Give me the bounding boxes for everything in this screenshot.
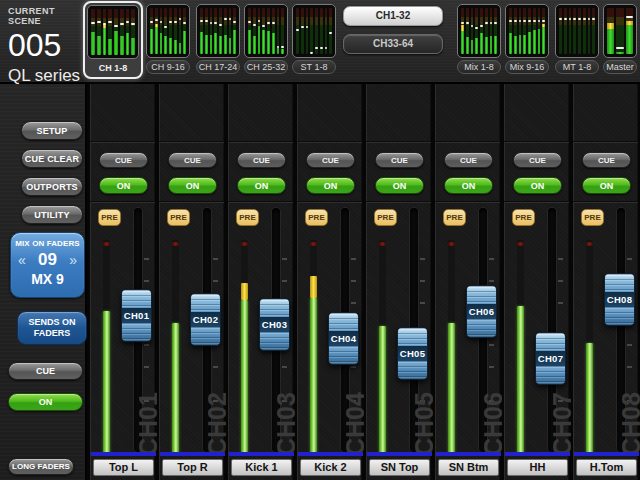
input-bank-tab-ch1-8[interactable]: CH 1-8: [83, 1, 143, 79]
sidebar-button-outports[interactable]: OUTPORTS: [21, 177, 83, 196]
fader-scale-tick: [213, 280, 218, 282]
channel-cue-button[interactable]: CUE: [375, 152, 424, 168]
meter-level: [475, 38, 478, 54]
channel-cue-button[interactable]: CUE: [237, 152, 286, 168]
channel-on-button[interactable]: ON: [444, 177, 493, 194]
output-bank-tab-label: Mix 1-8: [457, 60, 501, 74]
layer-button-ch33-64[interactable]: CH33-64: [343, 34, 443, 54]
output-bank-tab-mix9-16[interactable]: Mix 9-16: [505, 4, 549, 74]
pre-badge[interactable]: PRE: [512, 209, 535, 226]
channel-on-button[interactable]: ON: [582, 177, 631, 194]
meter-bar: [277, 8, 280, 54]
channel-id-ghost-label: CH08: [622, 378, 640, 456]
output-bank-tab-mix1-8[interactable]: Mix 1-8: [457, 4, 501, 74]
fader-cap[interactable]: CH01: [121, 289, 152, 342]
channel-meter: [103, 240, 110, 454]
fader-cap[interactable]: CH07: [535, 332, 566, 385]
fader-position-mark: [315, 47, 318, 49]
channel-id-ghost-label: CH03: [277, 378, 295, 456]
channel-cue-button[interactable]: CUE: [513, 152, 562, 168]
sidebar-button-utility[interactable]: UTILITY: [21, 205, 83, 224]
sends-on-faders-button[interactable]: SENDS ON FADERS: [17, 311, 87, 345]
channel-cue-button[interactable]: CUE: [99, 152, 148, 168]
channel-cue-button[interactable]: CUE: [582, 152, 631, 168]
channel-name-plate[interactable]: H.Tom: [576, 459, 637, 476]
meter-bar: [210, 8, 213, 54]
channel-strip-ch06: CUEONPRECH06CH06SN Btm: [433, 84, 500, 480]
channel-cue-button[interactable]: CUE: [168, 152, 217, 168]
input-bank-tab-ch17-24[interactable]: CH 17-24: [196, 4, 240, 74]
fader-cap[interactable]: CH03: [259, 298, 290, 351]
channel-name-plate[interactable]: Top L: [93, 459, 154, 476]
pre-badge[interactable]: PRE: [443, 209, 466, 226]
mix-next-icon[interactable]: »: [69, 252, 77, 268]
strip-divider: [228, 201, 293, 203]
scene-panel[interactable]: CURRENT SCENE 005 QL series: [8, 6, 86, 80]
fader-cap[interactable]: CH08: [604, 273, 635, 326]
channel-meter: [310, 240, 317, 454]
fader-cap[interactable]: CH05: [397, 327, 428, 380]
channel-name-plate[interactable]: Top R: [162, 459, 223, 476]
channel-on-button[interactable]: ON: [513, 177, 562, 194]
mix-prev-icon[interactable]: «: [18, 252, 26, 268]
meter-level: [169, 38, 172, 54]
meter-level: [174, 40, 177, 54]
clip-indicator-icon: [379, 242, 386, 246]
channel-name-plate[interactable]: SN Btm: [438, 459, 499, 476]
sidebar-on-button[interactable]: ON: [8, 393, 83, 411]
fader-position-mark: [528, 20, 531, 22]
clip-indicator-icon: [448, 242, 455, 246]
mix-number: 09: [38, 250, 57, 270]
channel-name-plate[interactable]: Kick 1: [231, 459, 292, 476]
channel-on-button[interactable]: ON: [237, 177, 286, 194]
meter-level: [179, 43, 182, 55]
meter-bar: [578, 8, 581, 54]
pre-badge[interactable]: PRE: [236, 209, 259, 226]
mix-on-faders-panel[interactable]: MIX ON FADERS « 09 » MX 9: [10, 232, 85, 298]
meter-bar: [528, 8, 531, 54]
pre-badge[interactable]: PRE: [305, 209, 328, 226]
output-bank-tab-master[interactable]: Master: [603, 4, 637, 74]
meter-level: [466, 37, 469, 54]
meter-level-yellow: [241, 283, 248, 300]
channel-cue-button[interactable]: CUE: [444, 152, 493, 168]
channel-name-plate[interactable]: HH: [507, 459, 568, 476]
strip-divider: [504, 201, 569, 203]
channel-cue-button[interactable]: CUE: [306, 152, 355, 168]
channel-name-plate[interactable]: Kick 2: [300, 459, 361, 476]
sidebar-button-setup[interactable]: SETUP: [21, 121, 83, 140]
pre-badge[interactable]: PRE: [374, 209, 397, 226]
pre-badge[interactable]: PRE: [98, 209, 121, 226]
sidebar-cue-button[interactable]: CUE: [8, 362, 83, 380]
meter-level: [461, 31, 464, 54]
input-bank-tab-ch25-32[interactable]: CH 25-32: [244, 4, 288, 74]
long-faders-button[interactable]: LONG FADERS: [8, 458, 74, 475]
fader-cap[interactable]: CH02: [190, 293, 221, 346]
meter-level: [616, 52, 623, 54]
input-bank-tab-st1-8[interactable]: ST 1-8: [292, 4, 336, 74]
pre-badge[interactable]: PRE: [167, 209, 190, 226]
fader-position-mark: [626, 16, 633, 18]
meter-bar: [200, 8, 203, 54]
channel-on-button[interactable]: ON: [99, 177, 148, 194]
fader-cap-bottom: [398, 361, 427, 379]
fader-position-mark: [466, 22, 469, 24]
output-bank-tab-mt1-8[interactable]: MT 1-8: [555, 4, 599, 74]
channel-on-button[interactable]: ON: [168, 177, 217, 194]
strip-divider: [159, 141, 224, 143]
input-bank-tab-ch9-16[interactable]: CH 9-16: [146, 4, 190, 74]
sidebar-button-cue-clear[interactable]: CUE CLEAR: [21, 149, 83, 168]
channel-meter: [448, 240, 455, 454]
pre-badge[interactable]: PRE: [581, 209, 604, 226]
layer-button-ch1-32[interactable]: CH1-32: [343, 6, 443, 26]
meter-bar: [514, 8, 517, 54]
channel-on-button[interactable]: ON: [306, 177, 355, 194]
meter-bar: [490, 8, 493, 54]
channel-name-plate[interactable]: SN Top: [369, 459, 430, 476]
fader-cap[interactable]: CH04: [328, 312, 359, 365]
fader-cap[interactable]: CH06: [466, 285, 497, 338]
channel-on-button[interactable]: ON: [375, 177, 424, 194]
fader-position-mark: [588, 18, 591, 20]
fader-cap-top: [260, 299, 289, 317]
channel-color-bar: [91, 452, 156, 456]
